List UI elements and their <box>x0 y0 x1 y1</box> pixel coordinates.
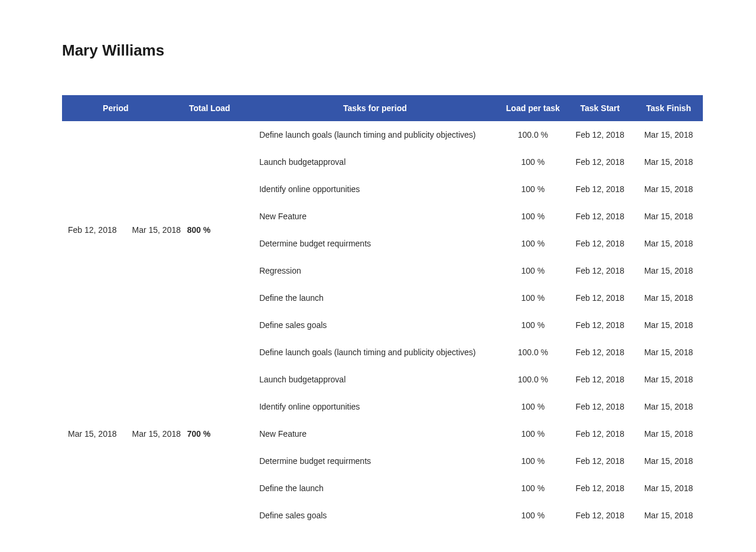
task-start-cell: Feb 12, 2018 <box>566 257 634 284</box>
header-task-start: Task Start <box>566 95 634 121</box>
total-load-cell: 800 % <box>170 121 250 339</box>
task-load-cell: 100 % <box>500 393 566 420</box>
task-load-cell: 100 % <box>500 148 566 176</box>
task-finish-cell: Mar 15, 2018 <box>634 148 703 176</box>
header-tasks: Tasks for period <box>250 95 500 121</box>
table-row: Mar 15, 2018Mar 15, 2018700 %Define laun… <box>62 339 703 366</box>
task-start-cell: Feb 12, 2018 <box>566 366 634 393</box>
task-finish-cell: Mar 15, 2018 <box>634 176 703 203</box>
task-load-cell: 100 % <box>500 475 566 502</box>
task-name-cell: Determine budget requirments <box>250 447 500 475</box>
task-name-cell: Determine budget requirments <box>250 230 500 257</box>
task-finish-cell: Mar 15, 2018 <box>634 311 703 339</box>
task-finish-cell: Mar 15, 2018 <box>634 339 703 366</box>
task-name-cell: New Feature <box>250 420 500 447</box>
period-cell: Feb 12, 2018Mar 15, 2018 <box>62 121 170 339</box>
task-start-cell: Feb 12, 2018 <box>566 447 634 475</box>
header-period: Period <box>62 95 170 121</box>
task-finish-cell: Mar 15, 2018 <box>634 393 703 420</box>
task-name-cell: Launch budgetapproval <box>250 366 500 393</box>
header-total-load: Total Load <box>170 95 250 121</box>
task-finish-cell: Mar 15, 2018 <box>634 502 703 529</box>
period-start: Feb 12, 2018 <box>68 225 117 235</box>
task-start-cell: Feb 12, 2018 <box>566 393 634 420</box>
task-finish-cell: Mar 15, 2018 <box>634 121 703 148</box>
task-start-cell: Feb 12, 2018 <box>566 284 634 311</box>
task-load-cell: 100 % <box>500 502 566 529</box>
task-load-cell: 100.0 % <box>500 339 566 366</box>
task-finish-cell: Mar 15, 2018 <box>634 475 703 502</box>
header-task-finish: Task Finish <box>634 95 703 121</box>
task-finish-cell: Mar 15, 2018 <box>634 230 703 257</box>
task-start-cell: Feb 12, 2018 <box>566 203 634 230</box>
task-finish-cell: Mar 15, 2018 <box>634 366 703 393</box>
period-end: Mar 15, 2018 <box>132 225 181 235</box>
task-load-cell: 100 % <box>500 284 566 311</box>
task-finish-cell: Mar 15, 2018 <box>634 284 703 311</box>
task-start-cell: Feb 12, 2018 <box>566 475 634 502</box>
task-load-cell: 100 % <box>500 203 566 230</box>
task-load-cell: 100.0 % <box>500 366 566 393</box>
task-start-cell: Feb 12, 2018 <box>566 230 634 257</box>
task-load-cell: 100 % <box>500 176 566 203</box>
task-finish-cell: Mar 15, 2018 <box>634 257 703 284</box>
header-load-per-task: Load per task <box>500 95 566 121</box>
task-load-cell: 100.0 % <box>500 121 566 148</box>
task-finish-cell: Mar 15, 2018 <box>634 203 703 230</box>
task-start-cell: Feb 12, 2018 <box>566 121 634 148</box>
task-finish-cell: Mar 15, 2018 <box>634 447 703 475</box>
task-start-cell: Feb 12, 2018 <box>566 148 634 176</box>
task-name-cell: Define the launch <box>250 284 500 311</box>
period-end: Mar 15, 2018 <box>132 429 181 439</box>
table-row: Feb 12, 2018Mar 15, 2018800 %Define laun… <box>62 121 703 148</box>
task-name-cell: Identify online opportunities <box>250 393 500 420</box>
task-start-cell: Feb 12, 2018 <box>566 420 634 447</box>
table-header-row: Period Total Load Tasks for period Load … <box>62 95 703 121</box>
task-name-cell: Define sales goals <box>250 502 500 529</box>
total-load-cell: 700 % <box>170 339 250 529</box>
task-name-cell: Define the launch <box>250 475 500 502</box>
task-name-cell: Define sales goals <box>250 311 500 339</box>
task-load-cell: 100 % <box>500 257 566 284</box>
task-load-cell: 100 % <box>500 447 566 475</box>
period-start: Mar 15, 2018 <box>68 429 117 439</box>
task-name-cell: Define launch goals (launch timing and p… <box>250 339 500 366</box>
page-title: Mary Williams <box>62 41 703 60</box>
task-start-cell: Feb 12, 2018 <box>566 339 634 366</box>
task-start-cell: Feb 12, 2018 <box>566 502 634 529</box>
task-name-cell: Identify online opportunities <box>250 176 500 203</box>
period-cell: Mar 15, 2018Mar 15, 2018 <box>62 339 170 529</box>
task-load-cell: 100 % <box>500 420 566 447</box>
task-finish-cell: Mar 15, 2018 <box>634 420 703 447</box>
workload-table: Period Total Load Tasks for period Load … <box>62 95 703 529</box>
task-name-cell: Launch budgetapproval <box>250 148 500 176</box>
task-load-cell: 100 % <box>500 230 566 257</box>
task-name-cell: Regression <box>250 257 500 284</box>
task-name-cell: New Feature <box>250 203 500 230</box>
task-start-cell: Feb 12, 2018 <box>566 311 634 339</box>
task-name-cell: Define launch goals (launch timing and p… <box>250 121 500 148</box>
task-load-cell: 100 % <box>500 311 566 339</box>
task-start-cell: Feb 12, 2018 <box>566 176 634 203</box>
